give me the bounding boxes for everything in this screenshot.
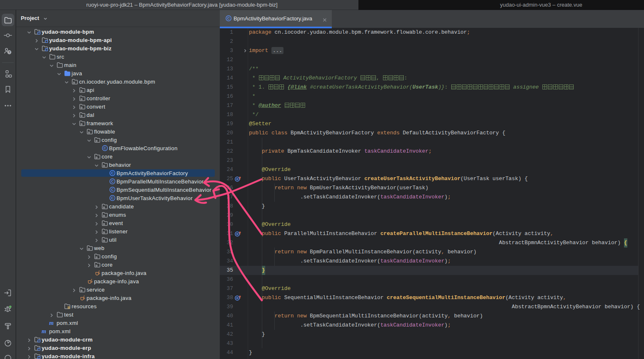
svg-text:C: C	[104, 146, 107, 150]
svg-text:C: C	[227, 16, 230, 20]
svg-text:C: C	[111, 196, 114, 200]
svg-text:C: C	[111, 171, 114, 175]
svg-text:C: C	[111, 188, 114, 192]
svg-text:C: C	[111, 179, 114, 183]
